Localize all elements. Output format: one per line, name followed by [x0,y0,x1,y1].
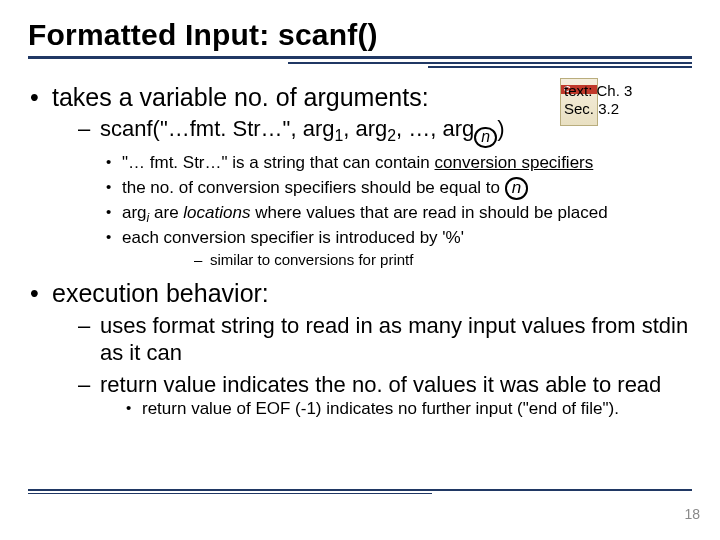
bullet-takes-args-text: takes a variable no. of arguments: [52,83,429,111]
slide-title: Formatted Input: scanf() [28,18,692,52]
slide-body: takes a variable no. of arguments: scanf… [28,82,692,421]
bullet-execution-behavior: execution behavior: uses format string t… [28,278,692,421]
footer-underline [28,489,692,494]
title-underline [28,56,692,68]
point-args-locations: argi are locations where values that are… [104,202,692,225]
bullet-takes-args: takes a variable no. of arguments: scanf… [28,82,692,270]
point-return-value: return value indicates the no. of values… [76,371,692,421]
line-scanf-signature: scanf("…fmt. Str…", arg1, arg2, …, argn) [76,115,692,148]
point-reads-stdin: uses format string to read in as many in… [76,312,692,367]
point-eof: return value of EOF (-1) indicates no fu… [124,398,692,421]
n-circled: n [505,177,528,200]
point-percent: each conversion specifier is introduced … [104,227,692,270]
slide: Formatted Input: scanf() C text: Ch. 3 S… [0,0,720,540]
bullet-execution-text: execution behavior: [52,279,269,307]
subscript-n-circled: n [474,127,497,149]
point-count-equals-n: the no. of conversion specifiers should … [104,177,692,200]
page-number: 18 [684,506,700,522]
point-similar-printf: similar to conversions for printf [192,250,692,270]
point-conversion-specifiers: "… fmt. Str…" is a string that can conta… [104,152,692,175]
